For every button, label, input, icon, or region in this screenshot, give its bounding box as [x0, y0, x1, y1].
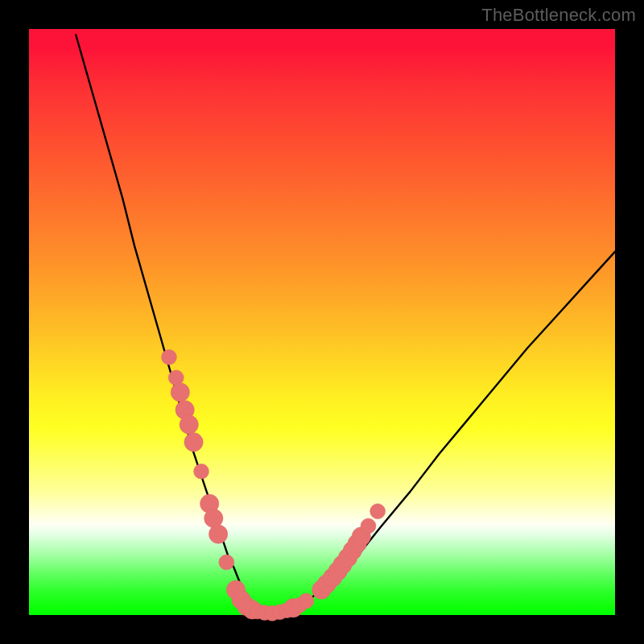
curve-line — [76, 35, 615, 613]
curve-marker — [180, 415, 198, 434]
curve-marker — [219, 555, 234, 570]
watermark-text: TheBottleneck.com — [481, 5, 636, 26]
curve-marker — [184, 433, 203, 452]
plot-area — [29, 29, 615, 615]
curve-marker — [361, 518, 376, 534]
curve-marker — [171, 383, 189, 402]
curve-marker — [370, 504, 386, 519]
curve-markers — [162, 349, 386, 621]
curve-marker — [194, 464, 209, 479]
curve-marker — [299, 593, 314, 609]
curve-marker — [208, 525, 227, 543]
curve-marker — [162, 349, 177, 365]
chart-svg — [29, 29, 615, 615]
chart-frame: TheBottleneck.com — [0, 0, 644, 644]
